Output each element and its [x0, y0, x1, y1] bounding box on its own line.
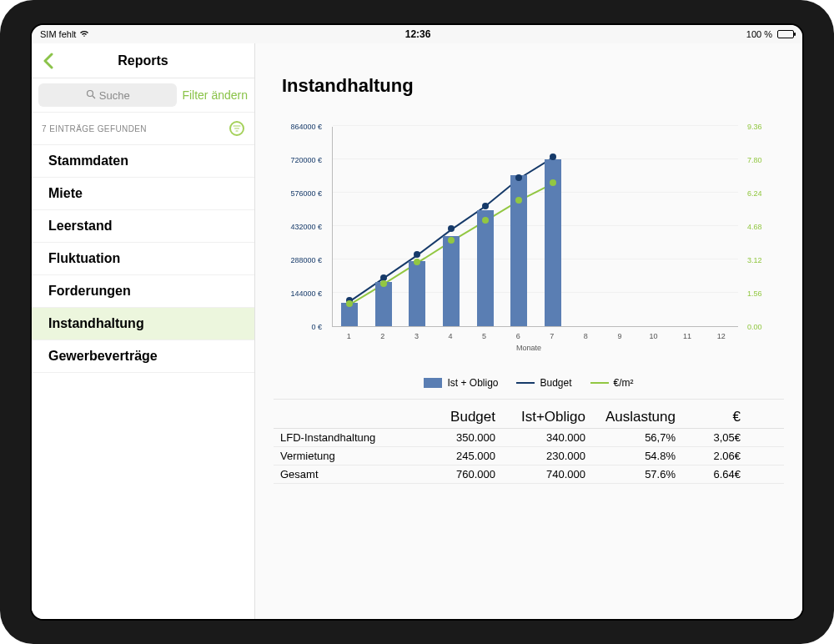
row-budget: 350.000 [420, 431, 495, 444]
screen: SIM fehlt 12:36 100 % Reports [30, 23, 804, 621]
row-label: Vermietung [280, 450, 414, 462]
x-tick: 7 [550, 332, 554, 340]
line-swatch-rate [590, 382, 609, 384]
y-left-tick: 432000 € [274, 223, 327, 231]
y-right-tick: 9.36 [742, 123, 784, 131]
col-eur: € [682, 409, 741, 425]
x-tick: 10 [650, 332, 658, 340]
y-left-tick: 144000 € [274, 289, 327, 298]
col-ausl: Auslastung [592, 409, 676, 425]
status-bar: SIM fehlt 12:36 100 % [32, 25, 802, 43]
legend-rate-label: €/m² [614, 377, 634, 389]
sidebar-item-fluktuation[interactable]: Fluktuation [32, 243, 254, 275]
legend: Ist + Obligo Budget €/m² [274, 377, 784, 389]
x-tick: 1 [347, 332, 351, 340]
back-button[interactable] [38, 51, 58, 71]
rate-point [380, 280, 387, 287]
sidebar-item-instandhaltung[interactable]: Instandhaltung [32, 308, 254, 340]
row-label: Gesamt [280, 468, 414, 480]
chart: Monate 0 €144000 €288000 €432000 €576000… [274, 122, 784, 355]
page-title: Instandhaltung [282, 75, 784, 97]
filter-icon[interactable] [229, 121, 244, 136]
nav-title: Reports [58, 53, 228, 68]
x-tick: 8 [584, 332, 588, 340]
x-tick: 11 [683, 332, 691, 340]
y-right-tick: 0.00 [742, 323, 784, 331]
row-ist: 340.000 [502, 431, 585, 444]
search-row: Suche Filter ändern [32, 78, 254, 113]
legend-rate: €/m² [590, 377, 634, 389]
y-left-tick: 720000 € [274, 156, 327, 164]
row-ist: 230.000 [502, 450, 585, 462]
sim-status: SIM fehlt [40, 29, 76, 39]
sidebar-item-stammdaten[interactable]: Stammdaten [32, 145, 254, 178]
nav-header: Reports [32, 43, 254, 78]
bar [443, 236, 460, 326]
rate-point [550, 179, 556, 186]
table-row: Gesamt760.000740.00057.6%6.64€ [274, 465, 784, 484]
chart-area [332, 127, 738, 327]
sidebar-item-miete[interactable]: Miete [32, 178, 254, 210]
row-ausl: 54.8% [592, 450, 676, 462]
budget-point [448, 225, 455, 232]
y-right-tick: 6.24 [742, 189, 784, 198]
x-tick: 6 [516, 332, 520, 340]
bar [409, 261, 425, 326]
row-budget: 760.000 [420, 468, 495, 480]
y-left-tick: 288000 € [274, 256, 327, 264]
sidebar-item-leerstand[interactable]: Leerstand [32, 210, 254, 243]
legend-bar: Ist + Obligo [424, 377, 498, 389]
budget-point [482, 203, 489, 209]
row-budget: 245.000 [420, 450, 495, 462]
main-panel: Instandhaltung Monate 0 €144000 €288000 … [255, 43, 802, 619]
legend-bar-label: Ist + Obligo [447, 377, 498, 389]
x-axis-title: Monate [516, 344, 541, 352]
filter-change-link[interactable]: Filter ändern [182, 88, 248, 102]
line-swatch-budget [516, 382, 535, 384]
bar [375, 282, 392, 326]
rate-point [482, 217, 489, 224]
rate-point [515, 197, 522, 204]
budget-point [550, 153, 556, 160]
y-right-tick: 1.56 [742, 289, 784, 298]
search-placeholder: Suche [99, 89, 130, 102]
svg-line-1 [93, 96, 95, 98]
legend-budget-label: Budget [540, 377, 571, 389]
y-right-tick: 4.68 [742, 223, 784, 231]
row-eur: 2.06€ [682, 450, 741, 462]
rate-point [414, 259, 420, 265]
x-tick: 3 [414, 332, 419, 340]
x-tick: 5 [482, 332, 486, 340]
y-right-tick: 7.80 [742, 156, 784, 164]
legend-budget: Budget [516, 377, 571, 389]
results-count: 7 EINTRÄGE GEFUNDEN [42, 124, 147, 133]
rate-point [448, 237, 455, 244]
rate-point [346, 300, 353, 307]
table-row: LFD-Instandhaltung350.000340.00056,7%3,0… [274, 429, 784, 447]
sidebar-item-gewerbeverträge[interactable]: Gewerbeverträge [32, 340, 254, 373]
budget-point [414, 251, 420, 258]
search-input[interactable]: Suche [38, 83, 177, 107]
battery-pct: 100 % [746, 29, 772, 39]
bar [477, 210, 494, 326]
row-label: LFD-Instandhaltung [280, 431, 414, 444]
y-left-tick: 576000 € [274, 189, 327, 198]
report-list: StammdatenMieteLeerstandFluktuationForde… [32, 145, 254, 619]
svg-point-0 [87, 90, 93, 96]
row-ausl: 56,7% [592, 431, 676, 444]
bar-swatch [424, 378, 442, 388]
search-icon [86, 89, 96, 102]
x-tick: 2 [380, 332, 384, 340]
x-tick: 4 [449, 332, 453, 340]
tablet-frame: SIM fehlt 12:36 100 % Reports [0, 0, 834, 644]
summary-table: Budget Ist+Obligo Auslastung € LFD-Insta… [274, 399, 784, 484]
table-row: Vermietung245.000230.00054.8%2.06€ [274, 447, 784, 465]
sidebar-item-forderungen[interactable]: Forderungen [32, 275, 254, 308]
row-eur: 3,05€ [682, 431, 741, 444]
results-count-row: 7 EINTRÄGE GEFUNDEN [32, 113, 254, 145]
row-ist: 740.000 [502, 468, 585, 480]
x-tick: 12 [717, 332, 726, 340]
row-eur: 6.64€ [682, 468, 741, 480]
clock: 12:36 [405, 28, 431, 40]
col-budget: Budget [420, 409, 495, 425]
